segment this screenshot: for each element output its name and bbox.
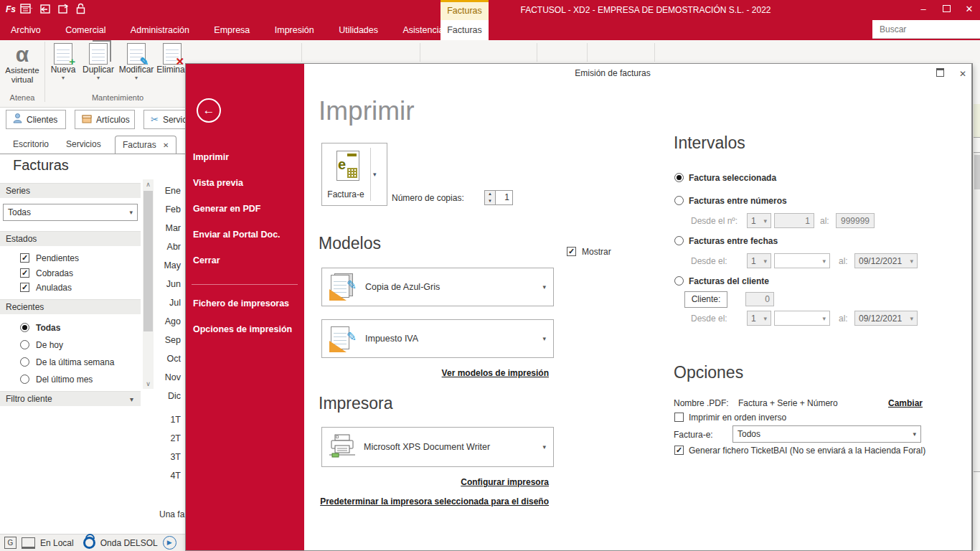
- fecha-hasta-select[interactable]: 09/12/2021▾: [854, 253, 918, 268]
- tab-servicios[interactable]: Servicios: [59, 136, 108, 154]
- numero-desde-field[interactable]: 1: [774, 213, 814, 228]
- filtro-cliente-header[interactable]: Filtro cliente ▾: [0, 391, 141, 406]
- de-hoy-radio[interactable]: [20, 340, 29, 349]
- recientes-header[interactable]: Recientes: [0, 299, 141, 314]
- maximize-button[interactable]: [936, 0, 957, 19]
- entre-fechas-label[interactable]: Facturas entre fechas: [689, 236, 778, 246]
- entre-numeros-radio[interactable]: [674, 196, 684, 205]
- stepper-up-icon[interactable]: ▲: [485, 191, 495, 198]
- copies-stepper[interactable]: ▲ ▼ 1: [484, 190, 513, 205]
- modelo-1-select[interactable]: ✎ Copia de Azul-Gris ▾: [321, 268, 554, 306]
- cambiar-link[interactable]: Cambiar: [888, 398, 923, 408]
- numero-hasta-field[interactable]: 999999: [836, 213, 875, 228]
- factura-seleccionada-radio[interactable]: [674, 173, 684, 182]
- window-back-icon[interactable]: [39, 4, 51, 14]
- ultimo-mes-radio[interactable]: [20, 375, 29, 384]
- fecha-cliente-desde-select[interactable]: ▾: [774, 311, 830, 326]
- menu-comercial[interactable]: Comercial: [55, 20, 116, 40]
- ultima-semana-radio[interactable]: [20, 357, 29, 367]
- backstage-vista-previa[interactable]: Vista previa: [193, 178, 243, 188]
- ultima-semana-label[interactable]: De la última semana: [36, 357, 114, 367]
- predeterminar-impresora-link[interactable]: Predeterminar la impresora seleccionada …: [320, 496, 549, 507]
- dialog-close-button[interactable]: ✕: [955, 67, 971, 80]
- serie-cliente-select[interactable]: 1▾: [747, 311, 771, 326]
- backstage-cerrar[interactable]: Cerrar: [193, 255, 220, 265]
- fecha-desde-select[interactable]: ▾: [774, 253, 830, 268]
- menu-empresa[interactable]: Empresa: [203, 20, 260, 40]
- anuladas-checkbox[interactable]: ✓: [20, 283, 29, 292]
- quarter-item[interactable]: 3T: [155, 448, 181, 466]
- fecha-cliente-hasta-select[interactable]: 09/12/2021▾: [854, 311, 918, 326]
- cliente-codigo-field[interactable]: 0: [745, 292, 774, 306]
- month-item[interactable]: Oct: [155, 349, 181, 368]
- factura-seleccionada-label[interactable]: Factura seleccionada: [689, 173, 776, 183]
- ultimo-mes-label[interactable]: Del último mes: [36, 375, 93, 385]
- close-tab-icon[interactable]: ✕: [163, 141, 169, 149]
- search-input[interactable]: [872, 20, 980, 39]
- orden-inverso-checkbox[interactable]: [674, 413, 684, 422]
- backstage-opciones-impresion[interactable]: Opciones de impresión: [193, 324, 292, 334]
- month-item[interactable]: Sep: [155, 331, 181, 349]
- pendientes-checkbox[interactable]: ✓: [20, 253, 29, 263]
- asistente-virtual-button[interactable]: α Asistente virtual: [1, 43, 43, 85]
- cliente-button[interactable]: Cliente:: [684, 291, 727, 308]
- calendar-icon[interactable]: [20, 3, 32, 14]
- de-hoy-label[interactable]: De hoy: [36, 340, 63, 350]
- quarter-item[interactable]: 2T: [155, 429, 181, 448]
- top-tab-facturas[interactable]: Facturas: [440, 0, 489, 20]
- chevron-down-icon[interactable]: ▾: [373, 171, 377, 178]
- scroll-up-icon[interactable]: ∧: [143, 181, 154, 188]
- ticketbai-checkbox[interactable]: ✓: [674, 446, 684, 455]
- menu-archivo[interactable]: Archivo: [0, 20, 52, 40]
- close-button[interactable]: ✕: [958, 0, 980, 19]
- backstage-generar-pdf[interactable]: Generar en PDF: [193, 204, 260, 214]
- series-header[interactable]: Series: [0, 183, 141, 198]
- anuladas-label[interactable]: Anuladas: [36, 283, 72, 293]
- series-select[interactable]: Todas ▾: [3, 204, 138, 221]
- ribbon-tab-facturas[interactable]: Facturas: [440, 20, 489, 40]
- month-item[interactable]: Ene: [155, 182, 181, 200]
- back-button[interactable]: ←: [197, 98, 221, 123]
- month-item[interactable]: Abr: [155, 237, 181, 256]
- del-cliente-radio[interactable]: [674, 276, 684, 286]
- chevron-down-icon[interactable]: ▾: [118, 75, 155, 81]
- minimize-button[interactable]: –: [913, 0, 934, 19]
- factura-e-select[interactable]: Todos ▾: [732, 425, 921, 443]
- pendientes-label[interactable]: Pendientes: [36, 253, 79, 263]
- scrollbar-thumb[interactable]: [143, 191, 153, 331]
- quarter-item[interactable]: 1T: [155, 410, 181, 429]
- menu-administracion[interactable]: Administración: [120, 20, 200, 40]
- mostrar-checkbox[interactable]: ✓: [567, 247, 576, 256]
- panel-scrollbar[interactable]: ∧ ∨: [143, 179, 154, 389]
- copies-value[interactable]: 1: [496, 191, 512, 204]
- stepper-arrows[interactable]: ▲ ▼: [485, 191, 496, 204]
- month-item[interactable]: Jun: [155, 275, 181, 293]
- dialog-restore-button[interactable]: [932, 67, 948, 80]
- month-item[interactable]: Jul: [155, 293, 181, 312]
- del-cliente-label[interactable]: Facturas del cliente: [689, 276, 769, 286]
- articulos-button[interactable]: Artículos: [75, 110, 135, 129]
- recientes-todas-label[interactable]: Todas: [36, 323, 60, 333]
- modelo-2-select[interactable]: ✎ Impuesto IVA ▾: [321, 319, 554, 358]
- backstage-imprimir[interactable]: Imprimir: [193, 152, 229, 162]
- chevron-down-icon[interactable]: ▾: [80, 75, 116, 81]
- cobradas-checkbox[interactable]: ✓: [20, 268, 29, 278]
- serie-fecha-select[interactable]: 1▾: [747, 253, 771, 268]
- lock-icon[interactable]: [76, 3, 85, 14]
- month-item[interactable]: Mar: [155, 219, 181, 237]
- duplicar-button[interactable]: Duplicar ▾: [80, 43, 116, 81]
- impresora-select[interactable]: Microsoft XPS Document Writer ▾: [321, 427, 554, 467]
- month-item[interactable]: Nov: [155, 368, 181, 387]
- menu-impresion[interactable]: Impresión: [264, 20, 325, 40]
- month-item[interactable]: Ago: [155, 312, 181, 331]
- ver-modelos-link[interactable]: Ver modelos de impresión: [442, 368, 549, 378]
- scroll-down-icon[interactable]: ∨: [143, 380, 154, 387]
- recientes-todas-radio[interactable]: [20, 323, 29, 332]
- estados-header[interactable]: Estados: [0, 231, 141, 246]
- cobradas-label[interactable]: Cobradas: [36, 268, 73, 278]
- menu-utilidades[interactable]: Utilidades: [328, 20, 389, 40]
- eliminar-button[interactable]: ✕ Eliminar: [156, 43, 188, 75]
- tab-facturas-active[interactable]: Facturas ✕: [115, 136, 176, 154]
- month-item[interactable]: May: [155, 256, 181, 275]
- clientes-button[interactable]: Clientes: [6, 110, 66, 129]
